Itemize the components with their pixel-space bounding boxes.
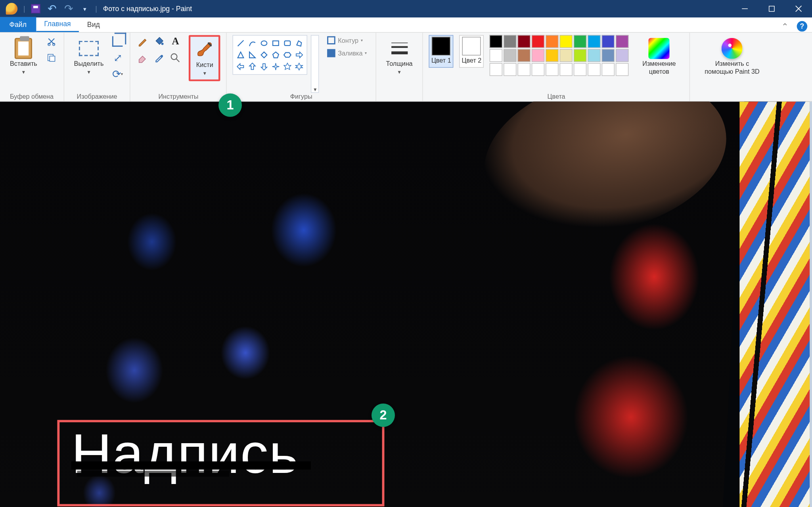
- brush-icon: [195, 40, 214, 59]
- rotate-icon: ⟳: [112, 68, 121, 80]
- brushes-button[interactable]: Кисти▼: [189, 35, 220, 81]
- shape-fill-menu[interactable]: Заливка ▾: [325, 48, 370, 59]
- minimize-button[interactable]: [732, 0, 758, 17]
- resize-button[interactable]: ⤢: [111, 52, 124, 64]
- paint3d-icon: [722, 38, 743, 59]
- eraser-icon: [138, 53, 148, 63]
- rotate-button[interactable]: ⟳▾: [111, 68, 124, 80]
- copy-button[interactable]: [45, 52, 57, 64]
- palette-swatch[interactable]: [490, 49, 502, 62]
- palette-swatch[interactable]: [616, 63, 628, 76]
- shapes-gallery-expand[interactable]: ▼: [311, 35, 319, 93]
- palette-swatch[interactable]: [588, 63, 601, 76]
- qat-customize[interactable]: ▾: [79, 3, 90, 14]
- shape-right-triangle[interactable]: [247, 50, 258, 60]
- undo-button[interactable]: ↶: [46, 3, 58, 14]
- magnifier-tool[interactable]: [169, 52, 182, 64]
- palette-swatch[interactable]: [588, 35, 601, 48]
- title-bar: | ↶ ↷ ▾ | Фото с надписью.jpg - Paint: [0, 0, 812, 17]
- maximize-button[interactable]: [758, 0, 785, 17]
- palette-swatch[interactable]: [588, 49, 601, 62]
- palette-swatch[interactable]: [504, 35, 516, 48]
- paint3d-group: Изменить с помощью Paint 3D: [690, 33, 774, 101]
- help-button[interactable]: ?: [797, 21, 808, 32]
- crop-button[interactable]: [111, 35, 124, 48]
- palette-swatch[interactable]: [602, 49, 615, 62]
- palette-swatch[interactable]: [560, 63, 573, 76]
- palette-swatch[interactable]: [518, 63, 530, 76]
- resize-icon: ⤢: [113, 52, 122, 64]
- palette-swatch[interactable]: [602, 63, 615, 76]
- palette-swatch[interactable]: [504, 63, 516, 76]
- shape-outline-menu[interactable]: Контур ▾: [325, 35, 370, 46]
- shape-polygon[interactable]: [294, 38, 305, 49]
- color1-button[interactable]: Цвет 1: [429, 35, 454, 68]
- quick-access-toolbar: ↶ ↷ ▾: [30, 3, 90, 14]
- paint-app-icon: [6, 3, 17, 14]
- color-picker-tool[interactable]: [153, 52, 165, 64]
- paint3d-button[interactable]: Изменить с помощью Paint 3D: [696, 35, 768, 78]
- minimize-icon: [741, 5, 749, 12]
- collapse-ribbon-button[interactable]: ⌃: [778, 21, 792, 32]
- file-tab[interactable]: Файл: [0, 17, 36, 32]
- shape-star5[interactable]: [282, 61, 293, 72]
- palette-swatch[interactable]: [574, 49, 586, 62]
- palette-swatch[interactable]: [574, 63, 586, 76]
- palette-swatch[interactable]: [490, 63, 502, 76]
- workspace: Надпись 2: [0, 101, 812, 507]
- shapes-group-label: Фигуры: [290, 93, 312, 100]
- shape-rect[interactable]: [271, 38, 282, 49]
- shape-triangle[interactable]: [236, 50, 246, 60]
- shape-arrow-left[interactable]: [236, 61, 246, 72]
- shape-arrow-down[interactable]: [259, 61, 270, 72]
- shape-star4[interactable]: [271, 61, 282, 72]
- palette-swatch[interactable]: [518, 49, 530, 62]
- close-button[interactable]: [785, 0, 812, 17]
- shape-star6[interactable]: [294, 61, 305, 72]
- palette-swatch[interactable]: [518, 35, 530, 48]
- palette-swatch[interactable]: [616, 35, 628, 48]
- shape-diamond[interactable]: [259, 50, 270, 60]
- shape-pentagon[interactable]: [271, 50, 282, 60]
- save-button[interactable]: [30, 3, 41, 14]
- text-tool[interactable]: A: [169, 35, 182, 48]
- shape-curve[interactable]: [247, 38, 258, 49]
- palette-swatch[interactable]: [532, 49, 544, 62]
- annotation-badge-1: 1: [218, 94, 242, 117]
- shapes-gallery[interactable]: [234, 37, 306, 73]
- shape-oval[interactable]: [259, 38, 270, 49]
- palette-swatch[interactable]: [546, 49, 559, 62]
- palette-swatch[interactable]: [546, 63, 559, 76]
- shape-line[interactable]: [236, 38, 246, 49]
- select-button[interactable]: Выделить▼: [70, 35, 107, 79]
- eraser-tool[interactable]: [136, 52, 149, 64]
- palette-swatch[interactable]: [560, 35, 573, 48]
- palette-swatch[interactable]: [560, 49, 573, 62]
- palette-swatch[interactable]: [532, 35, 544, 48]
- shape-roundrect[interactable]: [282, 38, 293, 49]
- pencil-tool[interactable]: [136, 35, 149, 48]
- svg-rect-15: [285, 41, 291, 46]
- palette-swatch[interactable]: [546, 35, 559, 48]
- palette-swatch[interactable]: [504, 49, 516, 62]
- size-label: Толщина: [386, 60, 413, 67]
- palette-swatch[interactable]: [574, 35, 586, 48]
- paste-label: Вставить: [10, 60, 37, 67]
- shape-arrow-up[interactable]: [247, 61, 258, 72]
- redo-button[interactable]: ↷: [63, 3, 74, 14]
- color2-button[interactable]: Цвет 2: [459, 35, 484, 68]
- palette-swatch[interactable]: [616, 49, 628, 62]
- cut-button[interactable]: [45, 35, 57, 48]
- fill-tool[interactable]: [153, 35, 165, 48]
- paste-button[interactable]: Вставить▼: [6, 35, 41, 79]
- size-button[interactable]: Толщина▼: [382, 35, 417, 79]
- shape-arrow-right[interactable]: [294, 50, 305, 60]
- edit-colors-button[interactable]: Изменение цветов: [635, 35, 684, 78]
- view-tab[interactable]: Вид: [79, 17, 108, 32]
- palette-swatch[interactable]: [602, 35, 615, 48]
- shape-hexagon[interactable]: [282, 50, 293, 60]
- palette-swatch[interactable]: [532, 63, 544, 76]
- home-tab[interactable]: Главная: [36, 17, 79, 32]
- canvas[interactable]: Надпись 2: [0, 101, 810, 507]
- palette-swatch[interactable]: [490, 35, 502, 48]
